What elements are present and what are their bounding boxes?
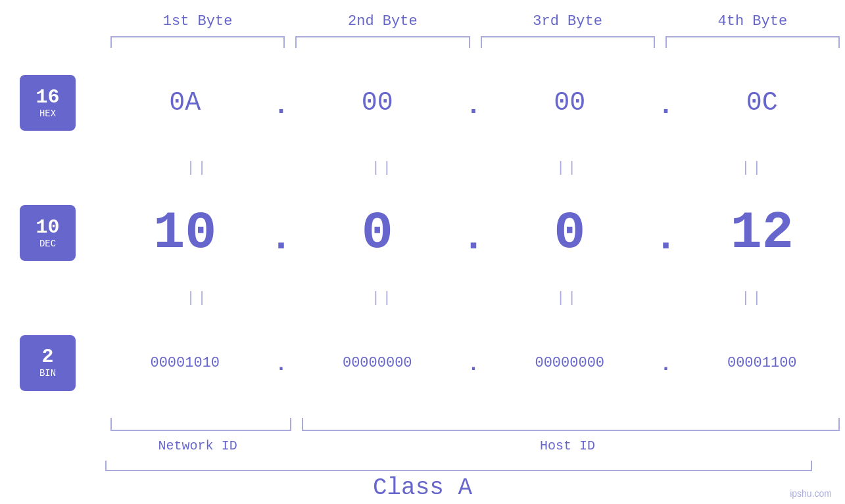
bin-badge-label: BIN: [39, 368, 56, 378]
byte-header-2: 2nd Byte: [290, 13, 475, 30]
host-id-label: Host ID: [290, 438, 845, 453]
network-bracket: [110, 418, 291, 431]
hex-dot-2: .: [460, 91, 487, 114]
bin-dot-1: .: [268, 354, 295, 373]
equals-2-3: ||: [475, 290, 660, 306]
bottom-brackets: [105, 418, 845, 431]
bin-dot-2: .: [460, 354, 487, 373]
equals-sign-2-2: ||: [372, 290, 394, 306]
hex-values-area: 0A . 00 . 00 . 0C: [102, 88, 845, 118]
host-bracket: [302, 418, 840, 431]
equals-sign-2-1: ||: [186, 290, 208, 306]
labels-row: Network ID Host ID: [105, 431, 845, 461]
equals-sign-1-3: ||: [556, 160, 579, 176]
hex-byte-4: 0C: [679, 88, 846, 118]
equals-1-1: ||: [105, 160, 290, 176]
hex-byte-3: 00: [487, 88, 653, 118]
hex-dot-1: .: [268, 91, 295, 114]
bin-dot-3: .: [653, 354, 679, 373]
equals-sign-2-4: ||: [741, 290, 763, 306]
equals-sign-1-2: ||: [372, 160, 394, 176]
hex-byte-2: 00: [295, 88, 461, 118]
hex-badge-number: 16: [36, 87, 59, 107]
equals-row-1: || || || ||: [105, 158, 845, 178]
dec-dot-2: .: [460, 216, 487, 250]
bin-byte-1: 00001010: [102, 355, 268, 371]
top-bracket-3: [481, 36, 655, 48]
dec-dot-1: .: [268, 216, 295, 250]
class-a-label: Class A: [373, 474, 472, 501]
dec-byte-2: 0: [295, 203, 461, 263]
top-bracket-1: [110, 36, 285, 48]
dec-byte-1: 10: [102, 203, 268, 263]
main-container: 1st Byte 2nd Byte 3rd Byte 4th Byte 16 H…: [0, 0, 845, 504]
equals-2-1: ||: [105, 290, 290, 306]
equals-1-4: ||: [660, 160, 845, 176]
byte-header-1: 1st Byte: [105, 13, 290, 30]
byte-header-3: 3rd Byte: [475, 13, 660, 30]
hex-badge-label: HEX: [39, 108, 56, 119]
byte-header-4: 4th Byte: [660, 13, 845, 30]
dec-dot-3: .: [653, 216, 679, 250]
bin-byte-2: 00000000: [295, 355, 461, 371]
top-brackets: [105, 36, 845, 48]
byte-headers-row: 1st Byte 2nd Byte 3rd Byte 4th Byte: [105, 0, 845, 36]
equals-2-2: ||: [290, 290, 475, 306]
bin-badge-number: 2: [41, 347, 53, 367]
bin-byte-4: 00001100: [679, 355, 846, 371]
equals-sign-1-4: ||: [741, 160, 763, 176]
dec-badge: 10 DEC: [20, 205, 76, 261]
dec-values-area: 10 . 0 . 0 . 12: [102, 203, 845, 263]
class-label-row: Class A ipshu.com: [0, 471, 845, 504]
network-id-label: Network ID: [105, 438, 290, 453]
equals-sign-1-1: ||: [186, 160, 208, 176]
dec-badge-label: DEC: [39, 239, 56, 249]
equals-1-3: ||: [475, 160, 660, 176]
bin-badge: 2 BIN: [20, 335, 76, 391]
hex-badge: 16 HEX: [20, 75, 76, 131]
bin-byte-3: 00000000: [487, 355, 653, 371]
hex-dot-3: .: [653, 91, 679, 114]
bin-row: 2 BIN 00001010 . 00000000 . 00000000 . 0…: [0, 308, 845, 418]
dec-badge-number: 10: [36, 218, 59, 237]
equals-1-2: ||: [290, 160, 475, 176]
watermark: ipshu.com: [790, 488, 832, 499]
equals-sign-2-3: ||: [556, 290, 579, 306]
dec-byte-4: 12: [679, 203, 846, 263]
dec-row: 10 DEC 10 . 0 . 0 . 12: [0, 178, 845, 288]
top-bracket-4: [665, 36, 840, 48]
top-bracket-2: [295, 36, 470, 48]
hex-row: 16 HEX 0A . 00 . 00 . 0C: [0, 48, 845, 158]
equals-2-4: ||: [660, 290, 845, 306]
hex-byte-1: 0A: [102, 88, 268, 118]
class-bracket: [105, 461, 812, 471]
dec-byte-3: 0: [487, 203, 653, 263]
equals-row-2: || || || ||: [105, 288, 845, 308]
bin-values-area: 00001010 . 00000000 . 00000000 . 0000110…: [102, 354, 845, 373]
